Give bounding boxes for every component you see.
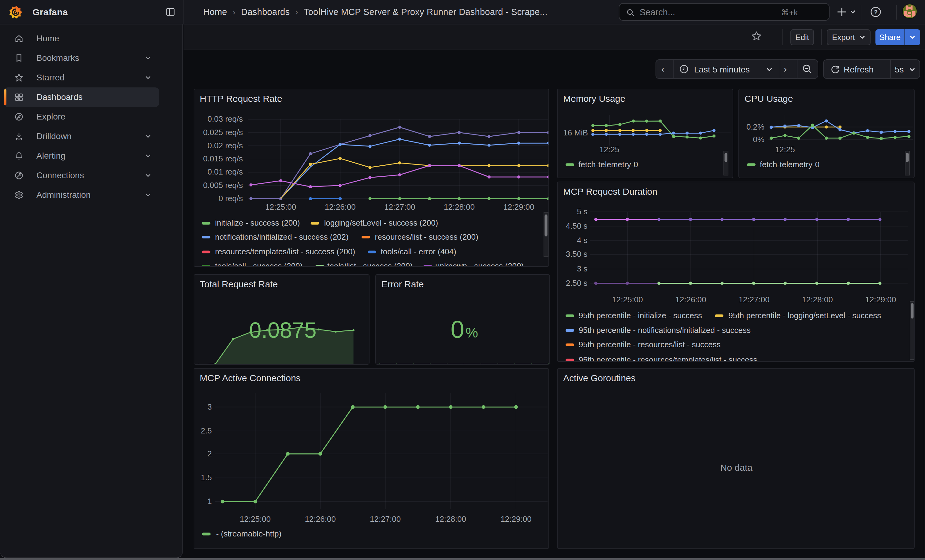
svg-text:12:25: 12:25 (600, 145, 619, 154)
svg-text:12:25: 12:25 (775, 145, 795, 154)
svg-text:0.03 req/s: 0.03 req/s (207, 114, 243, 123)
svg-text:12:25:00: 12:25:00 (265, 203, 296, 212)
svg-text:95th percentile - notification: 95th percentile - notifications/initiali… (579, 326, 751, 335)
svg-text:fetch-telemetry-0: fetch-telemetry-0 (579, 160, 638, 169)
svg-text:12:29:00: 12:29:00 (500, 515, 531, 524)
svg-text:12:27:00: 12:27:00 (384, 203, 415, 212)
svg-text:0.005 req/s: 0.005 req/s (203, 181, 243, 190)
svg-text:12:26:00: 12:26:00 (325, 203, 356, 212)
svg-text:95th percentile - logging/setL: 95th percentile - logging/setLevel - suc… (729, 311, 881, 320)
svg-text:resources/templates/list - suc: resources/templates/list - success (200) (215, 247, 355, 256)
svg-text:16 MiB: 16 MiB (563, 128, 588, 137)
svg-text:0.2%: 0.2% (746, 122, 764, 131)
svg-text:95th percentile - resources/te: 95th percentile - resources/templates/li… (579, 355, 757, 362)
svg-text:fetch-telemetry-0: fetch-telemetry-0 (760, 160, 820, 169)
svg-text:3: 3 (207, 402, 212, 411)
svg-text:- (streamable-http): - (streamable-http) (216, 529, 282, 538)
svg-text:0.015 req/s: 0.015 req/s (203, 154, 243, 163)
svg-text:%: % (466, 324, 478, 341)
svg-text:95th percentile - initialize -: 95th percentile - initialize - success (579, 311, 702, 320)
svg-text:2.5: 2.5 (201, 426, 212, 435)
svg-text:12:28:00: 12:28:00 (444, 203, 475, 212)
svg-text:1.5: 1.5 (201, 473, 212, 482)
svg-text:12:27:00: 12:27:00 (738, 295, 769, 304)
svg-text:0.0875: 0.0875 (249, 318, 316, 342)
svg-text:initialize - success (200): initialize - success (200) (215, 218, 300, 227)
svg-text:1: 1 (207, 497, 212, 506)
svg-text:12:26:00: 12:26:00 (305, 515, 336, 524)
svg-text:2: 2 (207, 449, 212, 458)
svg-text:notifications/initialized - su: notifications/initialized - success (202… (215, 232, 348, 242)
svg-text:4 s: 4 s (577, 236, 588, 245)
svg-text:0.02 req/s: 0.02 req/s (207, 141, 243, 150)
svg-text:0.025 req/s: 0.025 req/s (203, 128, 243, 137)
svg-text:logging/setLevel - success (20: logging/setLevel - success (200) (324, 218, 438, 227)
svg-text:5 s: 5 s (577, 207, 588, 216)
svg-text:95th percentile - resources/li: 95th percentile - resources/list - succe… (579, 340, 721, 349)
svg-text:?: ? (874, 9, 878, 16)
svg-text:tools/call - error (404): tools/call - error (404) (381, 247, 456, 256)
svg-text:resources/list - success (200): resources/list - success (200) (375, 232, 478, 242)
svg-text:12:27:00: 12:27:00 (370, 515, 401, 524)
svg-text:0: 0 (450, 316, 464, 343)
svg-text:tools/list - success (200): tools/list - success (200) (327, 261, 413, 267)
svg-text:12:26:00: 12:26:00 (675, 295, 706, 304)
svg-text:0%: 0% (753, 135, 765, 144)
svg-text:12:29:00: 12:29:00 (865, 295, 896, 304)
svg-text:0.01 req/s: 0.01 req/s (207, 167, 243, 176)
svg-text:12:28:00: 12:28:00 (435, 515, 466, 524)
svg-text:12:25:00: 12:25:00 (612, 295, 643, 304)
svg-text:12:29:00: 12:29:00 (503, 203, 534, 212)
svg-text:0 req/s: 0 req/s (219, 194, 243, 203)
svg-text:No data: No data (720, 462, 752, 473)
svg-text:unknown - success (200): unknown - success (200) (435, 261, 524, 267)
svg-text:tools/call - success (200): tools/call - success (200) (215, 261, 303, 267)
svg-text:2.50 s: 2.50 s (566, 278, 588, 288)
svg-text:12:25:00: 12:25:00 (240, 515, 271, 524)
svg-text:3 s: 3 s (577, 264, 588, 273)
svg-text:4.50 s: 4.50 s (566, 221, 588, 230)
svg-text:3.50 s: 3.50 s (566, 249, 588, 258)
svg-text:12:28:00: 12:28:00 (802, 295, 833, 304)
